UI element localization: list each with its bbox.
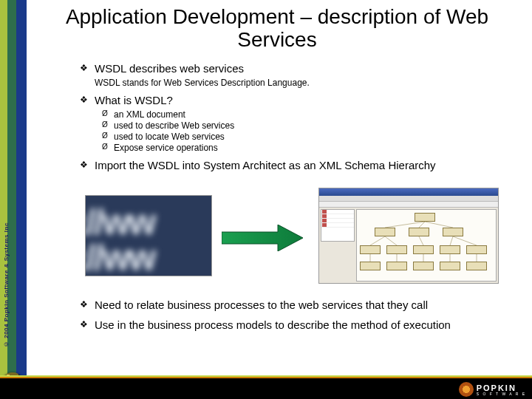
bullet-wsdl-describes: WSDL describes web services [80, 62, 508, 75]
slide: © 2004 Popkin Software & Systems Inc App… [0, 0, 532, 399]
blurred-url-image: ://ww ://ww [85, 195, 212, 276]
lower-content: Need to relate business processes to the… [80, 299, 508, 334]
subbullet-expose: Expose service operations [80, 143, 508, 153]
image-row: ://ww ://ww [85, 188, 499, 285]
arch-canvas [356, 209, 497, 282]
blur-text-2: ://ww [85, 237, 154, 276]
logo-mark-icon [459, 382, 474, 397]
blur-text-1: ://ww [85, 202, 154, 242]
content-area: WSDL describes web services WSDL stands … [80, 62, 508, 174]
footer-bar: POPKIN S O F T W A R E [0, 375, 532, 399]
system-architect-screenshot [318, 188, 499, 284]
subbullet-locate: used to locate Web services [80, 132, 508, 142]
logo-subtext: S O F T W A R E [477, 392, 526, 396]
footer-rule-orange [0, 377, 532, 378]
subbullet-describe: used to describe Web services [80, 120, 508, 131]
arch-toolbar [319, 196, 498, 202]
subbullet-xml-doc: an XML document [80, 109, 508, 120]
arch-toolbar-2 [319, 202, 498, 208]
svg-marker-0 [222, 225, 303, 251]
bullet-relate-processes: Need to relate business processes to the… [80, 299, 508, 311]
arrow-icon [222, 225, 303, 251]
copyright-text: © 2004 Popkin Software & Systems Inc [3, 111, 10, 347]
arch-side-panel [321, 209, 355, 242]
bullet-wsdl-sub: WSDL stands for Web Services Description… [95, 78, 508, 88]
popkin-logo: POPKIN S O F T W A R E [459, 382, 526, 397]
arch-titlebar [319, 188, 498, 196]
bullet-import-wsdl: Import the WSDL into System Architect as… [80, 159, 508, 171]
bullet-what-is-wsdl: What is WSDL? [80, 94, 508, 106]
bullet-use-models: Use in the business process models to de… [80, 318, 508, 331]
slide-title: Application Development – description of… [33, 6, 521, 52]
